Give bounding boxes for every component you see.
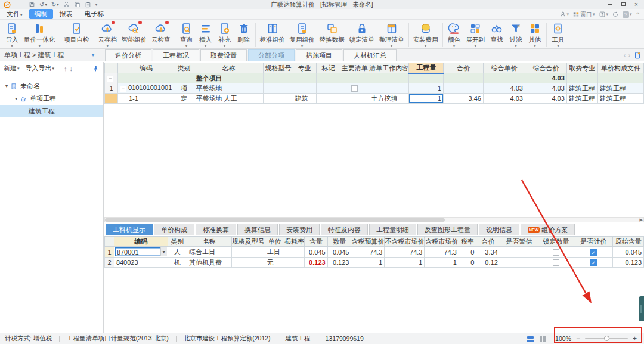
- cell[interactable]: 项: [174, 83, 194, 94]
- menu-etender[interactable]: 电子标: [79, 9, 110, 19]
- row-number[interactable]: 1: [105, 83, 118, 94]
- cell[interactable]: 3.46: [444, 94, 484, 104]
- menu-edit[interactable]: 编制: [29, 9, 53, 19]
- tab-pricing-scheme[interactable]: NEW组价方案: [521, 224, 575, 235]
- table-row-whole-project[interactable]: − 整个项目 4.03: [105, 73, 644, 83]
- lock-qty-checkbox[interactable]: [553, 259, 559, 266]
- ribbon-qty-price-button[interactable]: 量价一体化▾: [21, 21, 58, 48]
- lock-qty-checkbox[interactable]: [553, 249, 559, 256]
- cell[interactable]: 0: [459, 247, 476, 258]
- col-comb-total[interactable]: 综合合价: [525, 63, 566, 73]
- cell[interactable]: 人: [168, 247, 187, 258]
- cell[interactable]: 定: [174, 94, 194, 104]
- tab-quantity-detail[interactable]: 工程量明细: [369, 224, 416, 235]
- tab-sectional-items[interactable]: 分部分项: [248, 49, 295, 61]
- cell[interactable]: [538, 247, 574, 258]
- user-account-icon[interactable]: ▾: [559, 11, 569, 18]
- collapse-ribbon-icon[interactable]: ⌃: [636, 11, 640, 18]
- tree-item-building-project[interactable]: 建筑工程: [0, 105, 103, 117]
- horizontal-scrollbar[interactable]: ▶: [104, 217, 644, 222]
- col-market-price-excl[interactable]: 不含税市场价: [385, 237, 425, 247]
- note-panel-icon[interactable]: [633, 51, 642, 60]
- row-number[interactable]: 1: [105, 247, 114, 258]
- tab-description-info[interactable]: 说明信息: [479, 224, 519, 235]
- col-fee-profession[interactable]: 取费专业: [566, 63, 597, 73]
- scrollbar-right-arrow[interactable]: ▶: [640, 218, 643, 222]
- cell[interactable]: 0: [459, 258, 476, 268]
- row-number[interactable]: 2: [105, 258, 114, 268]
- ribbon-filter-button[interactable]: 过滤▾: [506, 21, 525, 48]
- cell[interactable]: [340, 83, 369, 94]
- ribbon-smart-pricing-button[interactable]: 智能组价: [119, 21, 149, 45]
- cell[interactable]: 建筑工程: [566, 94, 597, 104]
- col-qty[interactable]: 数量: [327, 237, 351, 247]
- labor-row[interactable]: 1 870001▼ 人 综合工日 工日 0.045 0.045 74.3 74.…: [105, 247, 644, 258]
- col-unit[interactable]: 单位: [265, 237, 284, 247]
- col-spec[interactable]: 规格及型号: [231, 237, 265, 247]
- col-tax-rate[interactable]: 税率: [459, 237, 476, 247]
- tab-measure-items[interactable]: 措施项目: [296, 49, 342, 61]
- save-icon[interactable]: [29, 1, 35, 8]
- redo-icon[interactable]: ↻▾: [51, 2, 59, 8]
- tab-project-overview[interactable]: 工程概况: [153, 49, 199, 61]
- help-icon[interactable]: ?▾: [623, 11, 632, 18]
- cell[interactable]: 建筑工程: [566, 83, 597, 94]
- ribbon-cloud-archive-button[interactable]: 云存档▾: [96, 21, 120, 48]
- scrollbar-thumb[interactable]: [105, 218, 445, 222]
- col-content-qty[interactable]: 含量: [305, 237, 327, 247]
- cell[interactable]: 0.123: [305, 258, 327, 268]
- tab-standard-conversion[interactable]: 标准换算: [196, 224, 236, 235]
- cell[interactable]: 74.3: [425, 247, 459, 258]
- col-market-price-incl[interactable]: 含税市场价: [425, 237, 459, 247]
- tree-item-project[interactable]: ▾ 未命名: [0, 80, 103, 92]
- ribbon-lock-list-button[interactable]: 锁定清单: [347, 21, 377, 45]
- breadcrumb-dropdown-icon[interactable]: ▼: [91, 52, 95, 58]
- customize-quickbar-icon[interactable]: ▾: [95, 2, 98, 8]
- priced-checkbox[interactable]: ✓: [590, 259, 597, 266]
- ribbon-organize-list-button[interactable]: 整理清单▾: [377, 21, 407, 48]
- col-work-content[interactable]: 清单工作内容: [369, 63, 409, 73]
- cut-icon[interactable]: [63, 1, 70, 8]
- cell[interactable]: 其他机具费: [187, 258, 231, 268]
- ribbon-other-button[interactable]: 其他▾: [525, 21, 544, 48]
- cell[interactable]: ✓: [574, 258, 613, 268]
- collapse-icon[interactable]: −: [107, 76, 113, 82]
- tab-labor-material-summary[interactable]: 人材机汇总: [343, 49, 397, 61]
- col-quantity[interactable]: 工程量: [409, 63, 444, 73]
- col-budget-price[interactable]: 含税预算价: [351, 237, 385, 247]
- col-orig-qty[interactable]: 原始含量: [613, 237, 644, 247]
- col-name[interactable]: 名称: [194, 63, 264, 73]
- cell[interactable]: 4.03: [484, 94, 525, 104]
- restore-button[interactable]: [617, 0, 630, 8]
- undo-icon[interactable]: ↺▾: [39, 2, 47, 8]
- col-mark[interactable]: 标记: [316, 63, 340, 73]
- move-up-icon[interactable]: ↑: [64, 65, 67, 72]
- refresh-icon[interactable]: [612, 11, 619, 18]
- cell[interactable]: ✓: [574, 247, 613, 258]
- ribbon-self-check-button[interactable]: 项目自检: [62, 21, 92, 45]
- combo-dropdown-icon[interactable]: ▼: [160, 247, 167, 256]
- ribbon-color-button[interactable]: 颜色▾: [445, 21, 464, 48]
- col-unit-price[interactable]: 综合单价: [484, 63, 525, 73]
- new-button[interactable]: 新建▾: [4, 64, 20, 73]
- row-gutter[interactable]: −: [105, 73, 118, 83]
- ribbon-tools-button[interactable]: 工具▾: [549, 21, 568, 48]
- paste-icon[interactable]: [85, 1, 91, 8]
- table-row-item[interactable]: 1 −010101001001 项 平整场地 1 4.03 4.03 建筑工程 …: [105, 83, 644, 94]
- col-lock-qty[interactable]: 锁定数量: [538, 237, 574, 247]
- cell[interactable]: 4.03: [525, 94, 566, 104]
- col-profession[interactable]: 专业: [293, 63, 316, 73]
- cell[interactable]: 0.045: [327, 247, 351, 258]
- col-type[interactable]: 类别: [174, 63, 194, 73]
- cell[interactable]: 平整场地 人工: [194, 94, 264, 104]
- ribbon-delete-button[interactable]: 删除: [234, 21, 253, 45]
- cell[interactable]: 平整场地: [194, 83, 264, 94]
- col-main-list[interactable]: 主要清单: [340, 63, 369, 73]
- cell[interactable]: 4.03: [525, 73, 566, 83]
- ribbon-insert-button[interactable]: 插入▾: [196, 21, 215, 48]
- col-name[interactable]: 名称: [187, 237, 231, 247]
- cell[interactable]: 0.123: [327, 258, 351, 268]
- col-total[interactable]: 合价: [444, 63, 484, 73]
- layout-horizontal-icon[interactable]: [527, 335, 534, 343]
- import-export-button[interactable]: 导入导出▾: [26, 64, 55, 73]
